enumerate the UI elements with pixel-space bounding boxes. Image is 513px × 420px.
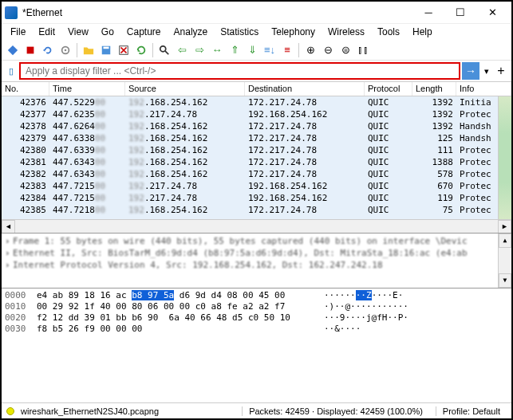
packet-bytes-pane[interactable]: 0000e4 ab 89 18 16 ac b8 97 5a d6 9d d4 … [2,289,511,402]
reload-icon[interactable] [133,42,149,58]
menu-statistics[interactable]: Statistics [215,25,264,39]
svg-point-6 [160,45,166,51]
svg-rect-0 [27,46,34,53]
menu-wireless[interactable]: Wireless [322,25,370,39]
packet-list-body[interactable]: 42376447.522900192.168.254.162172.217.24… [2,96,511,219]
col-proto[interactable]: Protocol [365,82,412,96]
hex-row[interactable]: 0030f8 b5 26 f9 00 00 00··&···· [5,324,508,335]
col-info[interactable]: Info [456,82,511,96]
goto-last-icon[interactable]: ⇓ [244,42,260,58]
goto-packet-icon[interactable]: ↔ [209,42,225,58]
colorize-icon[interactable]: ≡ [279,42,295,58]
col-src[interactable]: Source [125,82,245,96]
svg-point-2 [65,49,67,51]
minimize-button[interactable]: ─ [412,3,444,22]
col-no[interactable]: No. [2,82,49,96]
table-row[interactable]: 42381447.634300192.168.254.162172.217.24… [2,156,511,168]
stop-capture-icon[interactable] [22,42,38,58]
menu-capture[interactable]: Capture [121,25,167,39]
table-row[interactable]: 42378447.626400192.168.254.162172.217.24… [2,120,511,132]
close-button[interactable]: ✕ [476,3,508,22]
packet-list-hscroll[interactable]: ◄ ► [2,219,511,233]
filter-history-dropdown[interactable]: ▾ [481,62,492,80]
packet-list-pane: No. Time Source Destination Protocol Len… [2,81,511,233]
details-scrollbar[interactable] [498,234,511,288]
svg-rect-4 [104,46,109,49]
statusbar: wireshark_EthernetN2SJ40.pcapng Packets:… [2,402,511,418]
save-file-icon[interactable] [98,42,114,58]
maximize-button[interactable]: ☐ [444,3,476,22]
packet-list-header: No. Time Source Destination Protocol Len… [2,82,511,96]
app-icon [5,6,18,19]
menu-help[interactable]: Help [407,25,438,39]
table-row[interactable]: 42379447.633800192.168.254.162172.217.24… [2,132,511,144]
col-dst[interactable]: Destination [245,82,365,96]
col-len[interactable]: Length [412,82,456,96]
hex-row[interactable]: 001000 29 92 1f 40 00 80 06 00 00 c0 a8 … [5,301,508,312]
menu-file[interactable]: File [5,25,31,39]
options-icon[interactable] [57,42,73,58]
window-title: *Ethernet [22,7,412,18]
display-filter-input[interactable] [19,62,460,80]
toolbar: ⇦ ⇨ ↔ ⇑ ⇓ ≡↓ ≡ ⊕ ⊖ ⊜ ⫿⫿ [2,40,511,61]
capture-file-label: wireshark_EthernetN2SJ40.pcapng [21,406,159,416]
status-packets: Packets: 42459 · Displayed: 42459 (100.0… [242,406,429,416]
table-row[interactable]: 42385447.721800192.168.254.162172.217.24… [2,204,511,216]
packet-list-scrollbar[interactable] [498,96,511,219]
table-row[interactable]: 42376447.522900192.168.254.162172.217.24… [2,96,511,108]
menu-analyze[interactable]: Analyze [168,25,214,39]
menu-tools[interactable]: Tools [372,25,405,39]
hex-row[interactable]: 0020f2 12 dd 39 01 bb b6 90 6a 40 66 48 … [5,312,508,324]
filter-toolbar: ▯ → ▾ + [2,61,511,81]
menu-edit[interactable]: Edit [33,25,61,39]
menubar: File Edit View Go Capture Analyze Statis… [2,24,511,40]
zoom-out-icon[interactable]: ⊖ [320,42,336,58]
detail-row[interactable]: ›Frame 1: 55 bytes on wire (440 bits), 5… [5,235,508,247]
prev-packet-icon[interactable]: ⇦ [174,42,190,58]
resize-columns-icon[interactable]: ⫿⫿ [355,42,371,58]
packet-details-pane[interactable]: ›Frame 1: 55 bytes on wire (440 bits), 5… [2,233,511,289]
next-packet-icon[interactable]: ⇨ [191,42,207,58]
titlebar: *Ethernet ─ ☐ ✕ [2,2,511,24]
hex-row[interactable]: 0000e4 ab 89 18 16 ac b8 97 5a d6 9d d4 … [5,290,508,301]
hscroll-right-icon[interactable]: ► [498,220,511,234]
detail-row[interactable]: ›Ethernet II, Src: BiosTarM_d6:9d:d4 (b8… [5,247,508,259]
zoom-reset-icon[interactable]: ⊜ [337,42,353,58]
col-time[interactable]: Time [49,82,125,96]
main-window: *Ethernet ─ ☐ ✕ File Edit View Go Captur… [0,0,513,420]
table-row[interactable]: 42384447.721500192.217.24.78192.168.254.… [2,192,511,204]
close-file-icon[interactable] [116,42,132,58]
expert-info-icon[interactable] [6,407,14,415]
table-row[interactable]: 42383447.721500192.217.24.78192.168.254.… [2,180,511,192]
start-capture-icon[interactable] [5,42,21,58]
table-row[interactable]: 42380447.633900192.168.254.162172.217.24… [2,144,511,156]
menu-view[interactable]: View [62,25,94,39]
detail-row[interactable]: ›Internet Protocol Version 4, Src: 192.1… [5,259,508,271]
table-row[interactable]: 42377447.623500192.217.24.78192.168.254.… [2,108,511,120]
menu-telephony[interactable]: Telephony [266,25,321,39]
status-profile[interactable]: Profile: Default [436,406,507,416]
restart-capture-icon[interactable] [40,42,56,58]
auto-scroll-icon[interactable]: ≡↓ [262,42,278,58]
hscroll-left-icon[interactable]: ◄ [2,220,15,234]
table-row[interactable]: 42382447.634300192.168.254.162172.217.24… [2,168,511,180]
bookmark-filter-icon[interactable]: ▯ [5,62,18,80]
find-icon[interactable] [156,42,172,58]
open-file-icon[interactable] [81,42,97,58]
add-filter-button[interactable]: + [494,62,508,80]
menu-go[interactable]: Go [96,25,120,39]
zoom-in-icon[interactable]: ⊕ [302,42,318,58]
goto-first-icon[interactable]: ⇑ [227,42,243,58]
apply-filter-button[interactable]: → [462,62,479,80]
